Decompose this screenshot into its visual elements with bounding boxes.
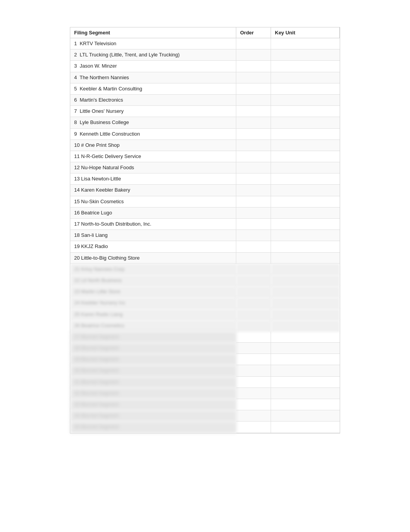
row-order: [236, 410, 271, 422]
row-segment-partial: 35 Blurred Segment: [70, 422, 236, 433]
row-segment: 16 Beatrice Lugo: [70, 207, 236, 219]
row-key-unit: [271, 61, 340, 72]
row-segment: 7 Little Ones' Nursery: [70, 106, 236, 117]
row-key-unit: [271, 106, 340, 117]
header-key-unit: Key Unit: [271, 27, 340, 38]
row-order-blurred: [236, 264, 271, 275]
row-key-unit: [271, 207, 340, 219]
row-key-unit: [271, 129, 340, 140]
row-segment-partial: 33 Blurred Segment: [70, 399, 236, 410]
row-segment-partial: 30 Blurred Segment: [70, 365, 236, 376]
row-key-unit: [271, 365, 340, 376]
row-order: [236, 83, 271, 95]
row-key-unit: [271, 49, 340, 61]
row-key-unit: [271, 83, 340, 95]
row-key-unit: [271, 140, 340, 151]
row-segment: 12 Nu-Hope Natural Foods: [70, 162, 236, 173]
row-key-unit: [271, 185, 340, 196]
row-key-unit: [271, 410, 340, 422]
row-order: [236, 106, 271, 117]
row-key-unit: [271, 253, 340, 264]
row-order: [236, 129, 271, 140]
row-key-unit: [271, 343, 340, 354]
row-segment-blurred: 24 Keebler Nursery Inc: [70, 297, 236, 309]
row-key-unit: [271, 151, 340, 162]
row-segment-partial: 29 Blurred Segment: [70, 354, 236, 365]
main-table: Filing Segment Order Key Unit 1 KRTV Tel…: [70, 27, 340, 433]
row-order: [236, 185, 271, 196]
row-key-unit: [271, 377, 340, 388]
row-order: [236, 219, 271, 230]
row-segment: 3 Jason W. Minzer: [70, 61, 236, 72]
row-key-unit: [271, 422, 340, 433]
row-order: [236, 38, 271, 49]
row-segment-partial: 28 Blurred Segment: [70, 343, 236, 354]
row-segment-blurred: 25 Karen Radio Liang: [70, 309, 236, 320]
row-segment-partial: 31 Blurred Segment: [70, 377, 236, 388]
row-key-unit: [271, 196, 340, 207]
row-key-unit-blurred: [271, 320, 340, 331]
row-key-unit: [271, 388, 340, 399]
row-key-unit: [271, 399, 340, 410]
row-order: [236, 230, 271, 241]
row-segment: 14 Karen Keebler Bakery: [70, 185, 236, 196]
row-key-unit-blurred: [271, 297, 340, 309]
row-key-unit: [271, 173, 340, 185]
row-key-unit-blurred: [271, 264, 340, 275]
row-segment: 20 Little-to-Big Clothing Store: [70, 253, 236, 264]
row-segment-partial: 27 Blurred Segment: [70, 331, 236, 343]
row-segment: 8 Lyle Business College: [70, 117, 236, 128]
row-segment: 10 # One Print Shop: [70, 140, 236, 151]
row-key-unit-blurred: [271, 275, 340, 286]
row-key-unit-blurred: [271, 286, 340, 297]
row-segment: 2 LTL Trucking (Little, Trent, and Lyle …: [70, 49, 236, 61]
row-order: [236, 422, 271, 433]
row-key-unit: [271, 117, 340, 128]
row-order: [236, 72, 271, 83]
row-order: [236, 331, 271, 343]
row-key-unit: [271, 230, 340, 241]
row-segment: 17 North-to-South Distribution, Inc.: [70, 219, 236, 230]
row-order: [236, 241, 271, 252]
row-segment-blurred: 22 Ltl North Business: [70, 275, 236, 286]
row-segment: 1 KRTV Television: [70, 38, 236, 49]
row-order: [236, 196, 271, 207]
row-order: [236, 343, 271, 354]
row-order-blurred: [236, 320, 271, 331]
row-segment: 19 KKJZ Radio: [70, 241, 236, 252]
row-segment: 15 Nu-Skin Cosmetics: [70, 196, 236, 207]
table-grid: Filing Segment Order Key Unit 1 KRTV Tel…: [70, 27, 340, 433]
row-key-unit: [271, 72, 340, 83]
row-segment-blurred: 26 Beatrice Cosmetics: [70, 320, 236, 331]
row-segment-blurred: 23 Martin Little Store: [70, 286, 236, 297]
row-key-unit: [271, 331, 340, 343]
row-order: [236, 95, 271, 106]
row-segment: 11 N-R-Getic Delivery Service: [70, 151, 236, 162]
row-order-blurred: [236, 297, 271, 309]
row-key-unit: [271, 38, 340, 49]
row-order: [236, 117, 271, 128]
row-order-blurred: [236, 286, 271, 297]
row-order: [236, 173, 271, 185]
header-order: Order: [236, 27, 271, 38]
row-key-unit-blurred: [271, 309, 340, 320]
row-segment: 6 Martin's Electronics: [70, 95, 236, 106]
row-key-unit: [271, 354, 340, 365]
row-order: [236, 365, 271, 376]
row-segment-partial: 32 Blurred Segment: [70, 388, 236, 399]
row-key-unit: [271, 219, 340, 230]
row-segment-blurred: 21 Krtvy Nannies Corp: [70, 264, 236, 275]
row-order: [236, 151, 271, 162]
row-order: [236, 140, 271, 151]
row-segment: 18 San-li Liang: [70, 230, 236, 241]
row-order: [236, 207, 271, 219]
row-segment-partial: 34 Blurred Segment: [70, 410, 236, 422]
row-segment: 9 Kenneth Little Construction: [70, 129, 236, 140]
header-filing-segment: Filing Segment: [70, 27, 236, 38]
row-order: [236, 49, 271, 61]
row-order: [236, 61, 271, 72]
row-segment: 5 Keebler & Martin Consulting: [70, 83, 236, 95]
row-order: [236, 253, 271, 264]
page-wrapper: Filing Segment Order Key Unit 1 KRTV Tel…: [0, 0, 410, 532]
row-segment: 13 Lisa Newton-Little: [70, 173, 236, 185]
